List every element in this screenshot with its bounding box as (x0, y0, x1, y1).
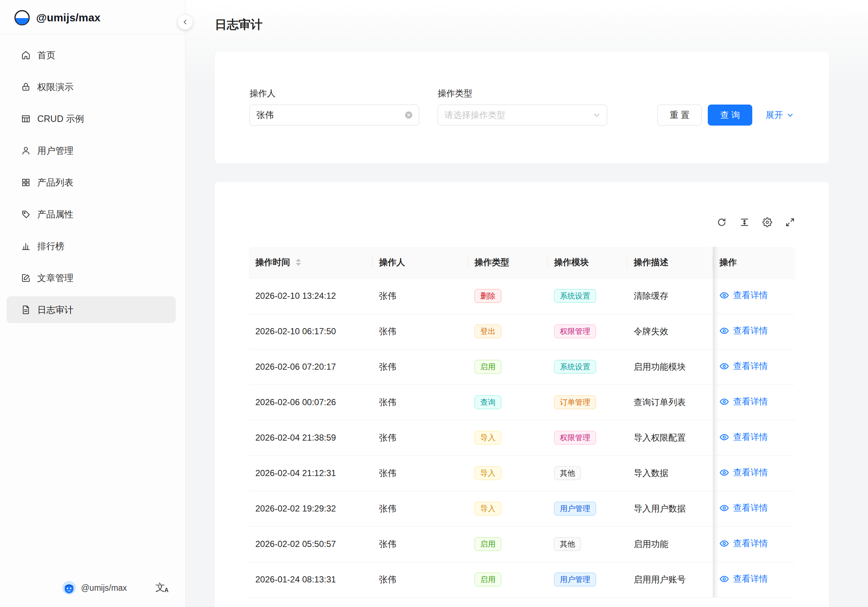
cell-module: 用户管理 (547, 491, 627, 526)
sidebar-item-product-attribute[interactable]: 产品属性 (6, 201, 176, 228)
sidebar: @umijs/max 首页权限演示CRUD 示例用户管理产品列表产品属性排行榜文… (0, 0, 186, 607)
view-detail-link[interactable]: 查看详情 (719, 289, 768, 301)
view-detail-label: 查看详情 (733, 396, 768, 407)
sidebar-menu: 首页权限演示CRUD 示例用户管理产品列表产品属性排行榜文章管理日志审计 (0, 34, 185, 572)
clear-circle-icon[interactable] (405, 111, 413, 120)
cell-action: 查看详情 (713, 562, 795, 597)
sidebar-item-leaderboard[interactable]: 排行榜 (6, 233, 176, 259)
sidebar-item-label: 用户管理 (37, 145, 73, 157)
density-icon[interactable] (739, 217, 749, 227)
column-header: 操作描述 (627, 247, 713, 278)
reload-icon[interactable] (717, 217, 727, 227)
cell-type: 启用 (468, 349, 547, 385)
sidebar-footer: @umijs/max 文A (0, 572, 185, 607)
reset-button[interactable]: 重 置 (657, 104, 702, 126)
table-row: 2026-02-10 13:24:12张伟删除系统设置清除缓存查看详情 (249, 278, 795, 314)
operation-type-tag: 启用 (474, 537, 501, 551)
cell-type: 启用 (468, 562, 547, 597)
brand-name: @umijs/max (36, 12, 101, 24)
cell-desc: 导入数据 (627, 455, 713, 491)
view-detail-link[interactable]: 查看详情 (719, 360, 768, 372)
column-header: 操作 (713, 247, 795, 278)
page-title: 日志审计 (215, 0, 829, 33)
cell-type: 导入 (468, 491, 547, 526)
cell-operator: 张伟 (372, 562, 468, 597)
module-tag: 用户管理 (554, 502, 596, 515)
filter-card: 操作人 操作类型 请选择操作类型 重 置 查 询 展开 (215, 52, 829, 163)
user-account[interactable]: @umijs/max (62, 581, 127, 595)
cell-action: 查看详情 (713, 491, 795, 526)
edit-icon (21, 273, 31, 283)
eye-icon (719, 432, 729, 442)
expand-label: 展开 (766, 109, 783, 121)
sidebar-collapse-button[interactable] (178, 14, 193, 29)
cell-time: 2026-02-10 06:17:50 (249, 314, 372, 349)
cell-type: 删除 (468, 278, 547, 314)
table-row: 2026-02-02 05:50:57张伟启用其他启用功能查看详情 (249, 526, 795, 562)
cell-operator: 张伟 (372, 491, 468, 526)
table-row: 2026-02-04 21:38:59张伟导入权限管理导入权限配置查看详情 (249, 420, 795, 455)
module-tag: 其他 (554, 466, 581, 480)
filter-actions: 重 置 查 询 展开 (657, 104, 794, 126)
view-detail-label: 查看详情 (733, 467, 768, 478)
module-tag: 权限管理 (554, 324, 596, 338)
audit-log-table: 操作时间操作人操作类型操作模块操作描述操作 2026-02-10 13:24:1… (249, 247, 795, 598)
settings-gear-icon[interactable] (763, 217, 772, 227)
brand: @umijs/max (0, 0, 185, 34)
table-row: 2026-02-06 07:20:17张伟启用系统设置启用功能模块查看详情 (249, 349, 795, 385)
eye-icon (719, 503, 729, 513)
column-header[interactable]: 操作时间 (249, 247, 372, 278)
cell-time: 2026-01-24 08:13:31 (249, 562, 372, 597)
eye-icon (719, 574, 729, 584)
cell-action: 查看详情 (713, 455, 795, 491)
view-detail-label: 查看详情 (733, 360, 768, 372)
sidebar-item-label: 日志审计 (37, 304, 73, 316)
view-detail-link[interactable]: 查看详情 (719, 325, 768, 337)
sidebar-item-permission-demo[interactable]: 权限演示 (6, 73, 176, 100)
cell-desc: 令牌失效 (627, 314, 713, 349)
view-detail-link[interactable]: 查看详情 (719, 396, 768, 407)
type-select[interactable]: 请选择操作类型 (438, 104, 607, 126)
sidebar-item-product-list[interactable]: 产品列表 (6, 169, 176, 196)
sidebar-item-home[interactable]: 首页 (6, 42, 176, 68)
expand-link[interactable]: 展开 (766, 109, 794, 121)
account-name: @umijs/max (81, 583, 127, 593)
chevron-down-icon (592, 111, 601, 120)
table-toolbar (249, 216, 795, 228)
cell-operator: 张伟 (372, 314, 468, 349)
cell-module: 订单管理 (547, 385, 627, 420)
view-detail-link[interactable]: 查看详情 (719, 573, 768, 585)
sidebar-item-user-management[interactable]: 用户管理 (6, 137, 176, 164)
sidebar-item-article-management[interactable]: 文章管理 (6, 264, 176, 291)
cell-operator: 张伟 (372, 349, 468, 385)
sorter-icon[interactable] (296, 259, 301, 266)
sidebar-item-log-audit[interactable]: 日志审计 (6, 296, 176, 323)
umijs-logo-icon (14, 9, 30, 26)
operator-input[interactable] (256, 110, 400, 120)
eye-icon (719, 326, 729, 336)
operator-input-wrap (250, 104, 419, 126)
table-row: 2026-02-02 19:29:32张伟导入用户管理导入用户数据查看详情 (249, 491, 795, 526)
cell-module: 系统设置 (547, 278, 627, 314)
view-detail-link[interactable]: 查看详情 (719, 431, 768, 443)
view-detail-link[interactable]: 查看详情 (719, 467, 768, 478)
cell-operator: 张伟 (372, 278, 468, 314)
cell-action: 查看详情 (713, 385, 795, 420)
sidebar-item-label: 文章管理 (37, 272, 73, 284)
view-detail-link[interactable]: 查看详情 (719, 537, 768, 549)
cell-desc: 查询订单列表 (627, 385, 713, 420)
search-button[interactable]: 查 询 (708, 104, 752, 126)
fullscreen-icon[interactable] (785, 217, 795, 227)
appstore-icon (21, 178, 31, 187)
eye-icon (719, 539, 729, 548)
cell-type: 启用 (468, 526, 547, 562)
operation-type-tag: 启用 (474, 573, 501, 586)
module-tag: 系统设置 (554, 289, 596, 303)
sidebar-item-label: 产品列表 (37, 177, 73, 188)
cell-operator: 张伟 (372, 420, 468, 455)
operation-type-tag: 删除 (474, 289, 501, 303)
translate-icon[interactable]: 文A (155, 583, 169, 593)
cell-type: 导入 (468, 420, 547, 455)
sidebar-item-crud-example[interactable]: CRUD 示例 (6, 105, 176, 132)
view-detail-link[interactable]: 查看详情 (719, 502, 768, 514)
